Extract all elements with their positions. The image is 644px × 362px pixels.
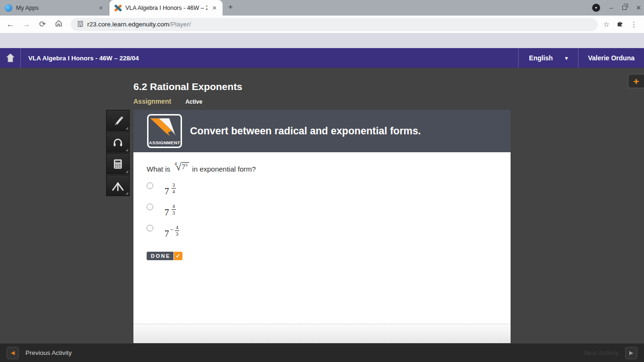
option-expression: 734 bbox=[165, 182, 176, 197]
next-activity: Next Activity ▶ bbox=[584, 347, 637, 359]
extensions-puzzle-icon[interactable] bbox=[616, 20, 624, 29]
chevron-down-icon: ▾ bbox=[565, 55, 568, 61]
answer-option-3[interactable]: 7−43 bbox=[147, 224, 497, 239]
url-text: r23.core.learn.edgenuity.com/Player/ bbox=[87, 21, 191, 28]
tab-title: My Apps bbox=[16, 5, 94, 11]
course-title: VLA Algebra I Honors - 46W – 228/04 bbox=[21, 55, 518, 62]
activity-footer-strip bbox=[133, 324, 511, 343]
done-label: DONE bbox=[147, 252, 173, 260]
lesson-status-label: Active bbox=[185, 99, 202, 105]
back-icon[interactable]: ← bbox=[4, 20, 17, 29]
check-icon: ✓ bbox=[174, 252, 182, 260]
window-restore-button[interactable] bbox=[622, 6, 627, 10]
calculator-icon bbox=[112, 158, 124, 170]
myapps-favicon-icon bbox=[5, 4, 12, 12]
browser-menu-icon[interactable]: ⋮ bbox=[630, 20, 637, 29]
option-base: 7 bbox=[165, 186, 169, 197]
previous-activity-label: Previous Activity bbox=[25, 349, 72, 356]
question-text: What is 4√73 in exponential form? bbox=[147, 164, 497, 174]
pencil-icon bbox=[112, 115, 124, 127]
screen: My Apps ✕ VLA Algebra I Honors - 46W – 2… bbox=[0, 0, 644, 362]
language-selector[interactable]: English ▾ bbox=[518, 48, 578, 68]
browser-toolbar: ← → ⟳ r23.core.learn.edgenuity.com/Playe… bbox=[0, 16, 644, 33]
tool-flyout-notch bbox=[125, 148, 128, 151]
tool-sidebar bbox=[106, 110, 130, 196]
bookmark-star-icon[interactable]: ☆ bbox=[603, 20, 610, 29]
assignment-badge-label: ASSIGNMENT bbox=[149, 140, 181, 147]
browser-profile-icon[interactable]: ▾ bbox=[592, 4, 600, 12]
activity-nav-bar: ◀ Previous Activity Next Activity ▶ bbox=[0, 343, 644, 362]
address-bar[interactable]: r23.core.learn.edgenuity.com/Player/ bbox=[71, 18, 598, 31]
radicand-base: 7 bbox=[182, 163, 186, 171]
plus-icon: + bbox=[633, 76, 639, 86]
radio-button[interactable] bbox=[147, 204, 153, 210]
arrow-left-icon: ◀ bbox=[11, 350, 15, 356]
option-fraction: 43 bbox=[175, 224, 180, 237]
tab-close-icon[interactable]: ✕ bbox=[211, 5, 218, 11]
reload-icon[interactable]: ⟳ bbox=[36, 19, 49, 29]
next-activity-button[interactable]: ▶ bbox=[625, 347, 637, 359]
option-sign: − bbox=[170, 226, 173, 234]
user-name: Valerie Orduna bbox=[588, 54, 635, 62]
tab-vla-algebra[interactable]: VLA Algebra I Honors - 46W – 2 ✕ bbox=[109, 0, 223, 16]
window-close-button[interactable]: ✕ bbox=[636, 5, 641, 11]
forward-icon[interactable]: → bbox=[20, 20, 33, 29]
lesson-subheader: Assignment Active bbox=[133, 98, 202, 105]
radicand-exponent: 3 bbox=[185, 163, 188, 167]
assignment-badge: ASSIGNMENT bbox=[147, 114, 182, 148]
site-building-icon bbox=[77, 20, 83, 29]
language-label: English bbox=[529, 54, 553, 62]
tool-flyout-notch bbox=[125, 127, 128, 130]
previous-activity[interactable]: ◀ Previous Activity bbox=[7, 347, 72, 359]
toolbar-actions: ☆ ⋮ bbox=[603, 20, 640, 29]
home-button[interactable] bbox=[0, 48, 21, 68]
audio-tool-button[interactable] bbox=[106, 132, 130, 153]
previous-activity-button[interactable]: ◀ bbox=[7, 347, 19, 359]
option-expression: 743 bbox=[165, 203, 176, 218]
new-tab-button[interactable]: + bbox=[223, 0, 239, 16]
answer-option-1[interactable]: 734 bbox=[147, 182, 497, 197]
compass-icon bbox=[111, 180, 125, 192]
activity-header: ASSIGNMENT Convert between radical and e… bbox=[133, 110, 511, 152]
question-suffix: in exponential form? bbox=[192, 165, 256, 173]
option-expression: 7−43 bbox=[165, 224, 179, 239]
root-index: 4 bbox=[174, 161, 177, 166]
app-header: VLA Algebra I Honors - 46W – 228/04 Engl… bbox=[0, 48, 644, 68]
page-top-strip bbox=[0, 33, 644, 48]
headphones-icon bbox=[112, 136, 124, 148]
tab-close-icon[interactable]: ✕ bbox=[98, 5, 104, 11]
user-menu[interactable]: Valerie Orduna bbox=[578, 48, 644, 68]
expand-panel-tab[interactable]: + bbox=[628, 74, 644, 88]
option-fraction: 43 bbox=[172, 203, 176, 215]
lesson-type-label: Assignment bbox=[133, 98, 171, 105]
answer-option-2[interactable]: 743 bbox=[147, 203, 497, 218]
tab-my-apps[interactable]: My Apps ✕ bbox=[0, 0, 109, 16]
drawing-tool-button[interactable] bbox=[106, 175, 130, 196]
activity-card: ASSIGNMENT Convert between radical and e… bbox=[133, 110, 511, 343]
tab-title: VLA Algebra I Honors - 46W – 2 bbox=[125, 5, 207, 11]
radio-button[interactable] bbox=[147, 225, 153, 231]
window-minimize-button[interactable]: – bbox=[610, 5, 613, 11]
option-fraction: 34 bbox=[172, 182, 176, 194]
highlighter-tool-button[interactable] bbox=[106, 110, 130, 131]
calculator-tool-button[interactable] bbox=[106, 153, 130, 174]
option-base: 7 bbox=[165, 207, 169, 218]
arrow-right-icon: ▶ bbox=[629, 350, 633, 356]
question-prefix: What is bbox=[147, 165, 170, 173]
assignment-pencil-icon bbox=[149, 115, 181, 140]
window-controls: ▾ – ✕ bbox=[592, 0, 641, 16]
home-house-icon bbox=[5, 53, 16, 63]
option-base: 7 bbox=[165, 229, 169, 239]
question-area: What is 4√73 in exponential form? 734 bbox=[133, 152, 511, 324]
tool-flyout-notch bbox=[125, 192, 128, 195]
browser-home-icon[interactable] bbox=[52, 19, 65, 30]
radio-button[interactable] bbox=[147, 182, 153, 189]
next-activity-label: Next Activity bbox=[584, 349, 619, 356]
radical-expression: 4√73 bbox=[173, 162, 189, 172]
done-button[interactable]: DONE ✓ bbox=[147, 252, 182, 260]
edgenuity-favicon-icon bbox=[114, 4, 122, 12]
tool-flyout-notch bbox=[125, 170, 128, 173]
main-area: 6.2 Rational Exponents Assignment Active… bbox=[0, 68, 644, 343]
answer-options: 734 743 7−43 bbox=[147, 182, 497, 239]
prompt-title: Convert between radical and exponential … bbox=[190, 125, 421, 137]
